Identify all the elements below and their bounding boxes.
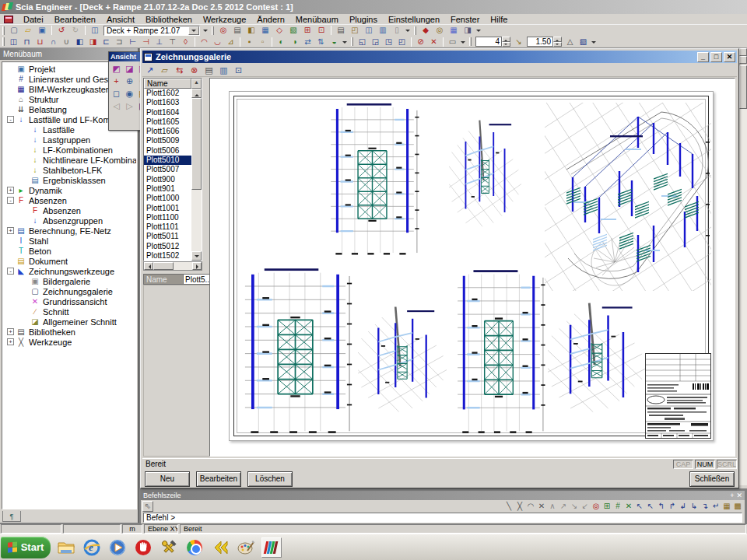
table-composer-icon[interactable]: ▦ xyxy=(447,26,461,36)
maximize-button[interactable]: □ xyxy=(710,52,722,62)
gallery-item-plott1101[interactable]: Plott1101 xyxy=(144,222,191,232)
plot-list-scrollbar[interactable] xyxy=(191,89,202,261)
property-value[interactable]: Plott5.. xyxy=(184,274,210,285)
frame-icon[interactable]: ⊡ xyxy=(314,26,328,36)
toolbar-overflow-icon[interactable] xyxy=(203,30,208,34)
gallery-item-plott5012[interactable]: Plott5012 xyxy=(144,242,191,251)
snap-endpoint-icon[interactable]: ↖ xyxy=(634,501,645,512)
red-hand-app-icon[interactable] xyxy=(133,537,153,558)
plate-tool-icon[interactable]: ⊔ xyxy=(33,37,47,47)
polar-snap-icon[interactable]: ↘ xyxy=(569,501,580,512)
pin-icon[interactable]: + xyxy=(730,492,734,499)
hatch-icon[interactable]: ▧ xyxy=(286,26,300,36)
polygon-tool-icon[interactable]: ⊿ xyxy=(224,37,237,47)
save-document-icon[interactable]: ▣ xyxy=(35,26,49,36)
tools-app-icon[interactable] xyxy=(159,537,179,558)
column-tool-icon[interactable]: ⊓ xyxy=(20,37,33,47)
sidebar-item-lastgruppen[interactable]: ↓ Lastgruppen xyxy=(2,135,136,145)
window-layout-icon[interactable]: ◫ xyxy=(88,26,102,36)
view-pane-icon[interactable]: ◲ xyxy=(369,37,382,47)
new-document-icon[interactable]: ▢ xyxy=(7,26,21,36)
zoom-all-icon[interactable]: ◉ xyxy=(123,87,136,100)
edit-plot-icon[interactable]: ▱ xyxy=(157,65,172,76)
menu-einstellungen[interactable]: Einstellungen xyxy=(383,14,445,25)
hinge-tool-icon[interactable]: ⊣ xyxy=(139,37,153,47)
snap-center-icon[interactable]: ↳ xyxy=(689,501,700,512)
minimize-button[interactable]: _ xyxy=(697,52,709,62)
snap-intersection-icon[interactable]: ↰ xyxy=(656,501,667,512)
yellow-arrows-app-icon[interactable] xyxy=(210,537,230,558)
gallery-item-plott5009[interactable]: Plott5009 xyxy=(144,136,191,145)
view-window-icon[interactable]: ◱ xyxy=(356,37,369,47)
scrollbar-thumb[interactable] xyxy=(191,98,202,190)
pointer-mode-icon[interactable]: ⇖ xyxy=(142,501,153,512)
palette-app-icon[interactable] xyxy=(236,537,256,558)
print-preview-icon[interactable]: ◰ xyxy=(348,26,362,36)
tree-expander-icon[interactable]: + xyxy=(7,187,14,194)
sidebar-item-beton[interactable]: T Beton xyxy=(2,246,136,256)
gallery-item-plott1602[interactable]: Plott1602 xyxy=(144,89,191,98)
gallery-item-plott901[interactable]: Plott901 xyxy=(144,184,191,194)
catalog-icon[interactable]: ◧ xyxy=(244,26,258,36)
haunch-tool-icon[interactable]: ⊐ xyxy=(113,37,126,47)
mdi-child-icon[interactable] xyxy=(4,16,13,23)
sidebar-tab[interactable]: ¶ xyxy=(2,511,21,522)
printer-icon[interactable]: ▤ xyxy=(334,26,348,36)
sidebar-item-schnitt[interactable]: ∕ Schnitt xyxy=(2,306,136,317)
combo-dropdown-icon[interactable] xyxy=(188,26,199,35)
menu-men-baum[interactable]: Menübaum xyxy=(290,14,344,25)
befehlszeile-titlebar[interactable]: Befehlszeile + ✕ xyxy=(141,491,745,500)
close-button[interactable]: ✕ xyxy=(724,52,735,62)
previous-view-icon[interactable]: ◁ xyxy=(110,100,123,112)
sidebar-item-lf-kombinationen[interactable]: ↓ LF-Kombinationen xyxy=(2,145,136,155)
snap-tangent-icon[interactable]: ↲ xyxy=(678,501,689,512)
arch-tool-icon[interactable]: ∩ xyxy=(47,37,60,47)
menu-bearbeiten[interactable]: Bearbeiten xyxy=(49,14,101,25)
zoom-tool-icon[interactable]: ◎ xyxy=(433,26,447,36)
delete-button[interactable]: Löschen xyxy=(247,471,293,487)
polyline-tool-icon[interactable]: ╳ xyxy=(514,501,525,512)
beam-tool-icon[interactable]: ◫ xyxy=(7,37,20,47)
gallery-item-plott5010[interactable]: Plott5010 xyxy=(144,156,191,165)
document-maker-icon[interactable]: ◫ xyxy=(362,26,376,36)
spline-tool-icon[interactable]: ✕ xyxy=(536,501,547,512)
project-data-icon[interactable]: ◎ xyxy=(216,26,230,36)
tree-expander-icon[interactable]: + xyxy=(7,338,14,345)
dialog-titlebar[interactable]: Zeichnungsgalerie _ □ ✕ xyxy=(142,51,737,63)
chrome-icon[interactable] xyxy=(184,537,205,558)
sidebar-item-zeichnungswerkzeuge[interactable]: - ◣ Zeichnungswerkzeuge xyxy=(2,266,136,276)
base-tool-icon[interactable]: ⊥ xyxy=(153,37,166,47)
project-combo[interactable]: Deck + Rampe 21.07 xyxy=(103,26,200,36)
menu-werkzeuge[interactable]: Werkzeuge xyxy=(198,14,251,25)
sidebar-item-stahl[interactable]: I Stahl xyxy=(2,236,136,246)
cross-link-icon[interactable]: ◊ xyxy=(179,37,192,47)
coord-input-icon[interactable]: ▦ xyxy=(721,501,732,512)
open-document-icon[interactable]: ▱ xyxy=(21,26,35,36)
support-tool-icon[interactable]: ⊢ xyxy=(126,37,139,47)
line-tool-icon[interactable]: ╲ xyxy=(503,501,514,512)
line-load-icon[interactable]: ▫ xyxy=(256,37,269,47)
layers-icon[interactable]: ▤ xyxy=(230,26,244,36)
gallery-item-plott1100[interactable]: Plott1100 xyxy=(144,213,191,222)
gallery-item-plott1502[interactable]: Plott1502 xyxy=(144,251,191,261)
sidebar-item-werkzeuge[interactable]: + ╳ Werkzeuge xyxy=(2,337,136,347)
scale-icon[interactable]: ↘ xyxy=(512,37,525,47)
gallery-item-plott1605[interactable]: Plott1605 xyxy=(144,117,191,127)
sidebar-item-absenzgruppen[interactable]: ↓ Absenzgruppen xyxy=(2,215,136,226)
status-plane[interactable]: Ebene XY xyxy=(144,524,178,534)
insert-plot-icon[interactable]: ↗ xyxy=(142,65,157,76)
mdi-scrollbar[interactable] xyxy=(739,48,747,488)
line-grid-icon[interactable]: # xyxy=(612,501,623,512)
curve-tool-icon[interactable]: ◠ xyxy=(198,37,211,47)
rib-tool-icon[interactable]: ⊏ xyxy=(100,37,113,47)
menu-plugins[interactable]: Plugins xyxy=(344,14,383,25)
start-button[interactable]: Start xyxy=(1,537,51,558)
tree-expander-icon[interactable]: - xyxy=(7,116,14,123)
export-plot-icon[interactable]: ▥ xyxy=(216,65,231,76)
point-load-icon[interactable]: ▪ xyxy=(243,37,256,47)
tangent-snap-icon[interactable]: ↙ xyxy=(580,501,591,512)
mdi-scrollbar-thumb[interactable] xyxy=(739,65,747,109)
menu-datei[interactable]: Datei xyxy=(18,14,49,25)
plot-preview[interactable] xyxy=(209,78,735,457)
view-front-icon[interactable]: ◪ xyxy=(123,62,136,75)
